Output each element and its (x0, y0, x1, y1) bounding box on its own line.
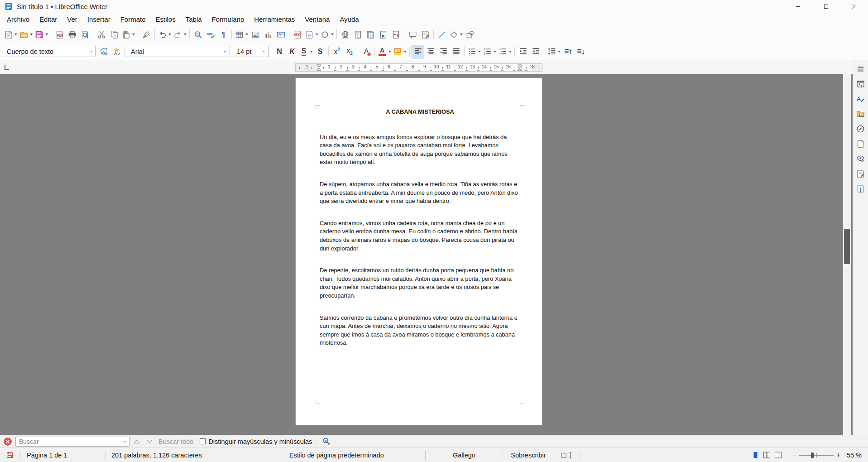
line-spacing-button[interactable] (546, 45, 561, 58)
insert-bookmark-button[interactable]: [:] (364, 28, 377, 41)
page-break-button[interactable] (291, 28, 304, 41)
highlight-color-dropdown-arrow[interactable] (404, 51, 407, 53)
paragraph-style-combo[interactable]: Cuerpo de texto (3, 46, 96, 57)
draw-functions-button[interactable] (464, 28, 476, 41)
close-find-bar-button[interactable] (3, 437, 12, 446)
properties-deck-button[interactable] (854, 78, 867, 90)
redo-button[interactable] (172, 28, 187, 41)
menu-ayuda[interactable]: Ayuda (335, 14, 364, 25)
align-center-button[interactable] (424, 45, 437, 58)
indent-increase-button[interactable] (517, 45, 529, 58)
undo-button[interactable] (157, 28, 172, 41)
search-input[interactable] (16, 438, 120, 445)
numbered-list-dropdown-arrow[interactable] (494, 51, 496, 53)
scrollbar-thumb[interactable] (844, 229, 850, 264)
font-name-dropdown[interactable] (221, 46, 230, 57)
zoom-out-button[interactable]: − (790, 450, 798, 460)
clone-formatting-button[interactable] (140, 28, 153, 41)
document-paragraph[interactable]: De repente, escoitamos un ruído detrás d… (320, 266, 520, 300)
spelling-button[interactable]: abc (204, 28, 217, 41)
export-pdf-button[interactable]: PDF (53, 28, 66, 41)
insert-field-dropdown-arrow[interactable] (316, 34, 318, 35)
menu-formato[interactable]: Formato (115, 14, 151, 25)
vertical-scrollbar[interactable] (843, 74, 851, 435)
bullet-list-button[interactable] (466, 45, 482, 58)
menu-archivo[interactable]: Archivo (2, 14, 34, 25)
save-dropdown-arrow[interactable] (45, 34, 48, 35)
special-character-button[interactable] (319, 28, 335, 41)
language-status[interactable]: Gallego (426, 448, 503, 462)
styles-deck-button[interactable]: A (854, 93, 867, 105)
paste-button[interactable] (120, 28, 136, 41)
find-replace-button[interactable]: a (192, 28, 204, 41)
track-changes-button[interactable] (419, 28, 432, 41)
underline-dropdown-arrow[interactable] (310, 51, 313, 53)
print-button[interactable] (66, 28, 78, 41)
cut-button[interactable] (95, 28, 108, 41)
print-preview-button[interactable] (78, 28, 91, 41)
menu-estilos[interactable]: Estilos (150, 14, 180, 25)
hyperlink-button[interactable] (339, 28, 351, 41)
outline-list-dropdown-arrow[interactable] (509, 51, 512, 53)
insert-comment-button[interactable] (406, 28, 419, 41)
document-paragraph[interactable]: Un día, eu e os meus amigos fomos explor… (320, 133, 520, 167)
document-title[interactable]: A CABANA MISTERIOSA (320, 108, 520, 116)
insert-footnote-button[interactable]: 1 (351, 28, 364, 41)
view-single-page-button[interactable] (750, 449, 761, 461)
insert-image-button[interactable] (249, 28, 262, 41)
open-folder-button[interactable] (18, 28, 34, 41)
indent-marker-right[interactable] (517, 64, 522, 71)
highlight-color-button[interactable]: ab (392, 45, 408, 58)
save-status-button[interactable] (0, 448, 19, 462)
paste-dropdown-arrow[interactable] (132, 34, 135, 35)
align-left-button[interactable] (412, 45, 424, 58)
insert-table-dropdown-arrow[interactable] (245, 34, 248, 35)
numbered-list-button[interactable]: 123 (482, 45, 497, 58)
menu-ventana[interactable]: Ventana (300, 14, 335, 25)
document-paragraph[interactable]: Cando entramos, vimos unha cadeira rota,… (320, 219, 520, 253)
search-history-dropdown[interactable] (120, 437, 129, 446)
insert-cross-reference-button[interactable] (377, 28, 389, 41)
underline-button[interactable]: S (298, 45, 314, 58)
indent-decrease-button[interactable] (529, 45, 542, 58)
basic-shapes-dropdown-arrow[interactable] (460, 34, 463, 35)
zoom-slider-thumb[interactable] (811, 452, 814, 458)
insert-table-button[interactable] (234, 28, 249, 41)
update-style-button[interactable]: A (97, 45, 110, 58)
view-multi-page-button[interactable] (761, 449, 772, 461)
selection-mode-status[interactable] (554, 448, 580, 462)
font-size-combo[interactable]: 14 pt (233, 46, 269, 57)
insert-textbox-button[interactable]: A (274, 28, 287, 41)
page-number-status[interactable]: Página 1 de 1 (19, 448, 106, 462)
line-spacing-dropdown-arrow[interactable] (558, 51, 561, 53)
insert-field-button[interactable]: [-] (304, 28, 319, 41)
para-space-increase-button[interactable] (561, 45, 574, 58)
save-button[interactable] (34, 28, 49, 41)
document-page[interactable]: A CABANA MISTERIOSA Un día, eu e os meus… (295, 77, 542, 425)
manage-changes-deck-button[interactable] (854, 168, 867, 180)
font-name-combo[interactable]: Arial (127, 46, 230, 57)
view-book-mode-button[interactable] (772, 449, 784, 461)
para-space-decrease-button[interactable] (574, 45, 587, 58)
page-deck-button[interactable] (854, 138, 867, 150)
sidebar-menu-button[interactable] (854, 63, 867, 75)
close-button[interactable] (840, 0, 868, 13)
menu-ver[interactable]: Ver (62, 14, 82, 25)
find-next-button[interactable] (144, 437, 155, 447)
menu-herramientas[interactable]: Herramientas (249, 14, 300, 25)
accessibility-check-deck-button[interactable] (854, 183, 867, 195)
italic-button[interactable]: K (286, 45, 298, 58)
horizontal-ruler[interactable]: 1123456789101112131415161718 (295, 63, 542, 72)
search-combo[interactable] (15, 437, 129, 447)
minimize-button[interactable] (784, 0, 812, 13)
find-previous-button[interactable] (131, 437, 142, 447)
font-color-button[interactable]: A (377, 45, 392, 58)
redo-dropdown-arrow[interactable] (184, 34, 187, 35)
maximize-button[interactable] (812, 0, 840, 13)
zoom-percentage[interactable]: 55 % (843, 448, 868, 462)
insert-mode-status[interactable]: Sobrescribir (503, 448, 554, 462)
menu-editar[interactable]: Editar (34, 14, 62, 25)
new-document-dropdown-arrow[interactable] (14, 34, 17, 35)
find-all-label[interactable]: Buscar todo (158, 438, 193, 445)
document-paragraph[interactable]: Saímos correndo da cabana e prometemos v… (320, 314, 520, 347)
